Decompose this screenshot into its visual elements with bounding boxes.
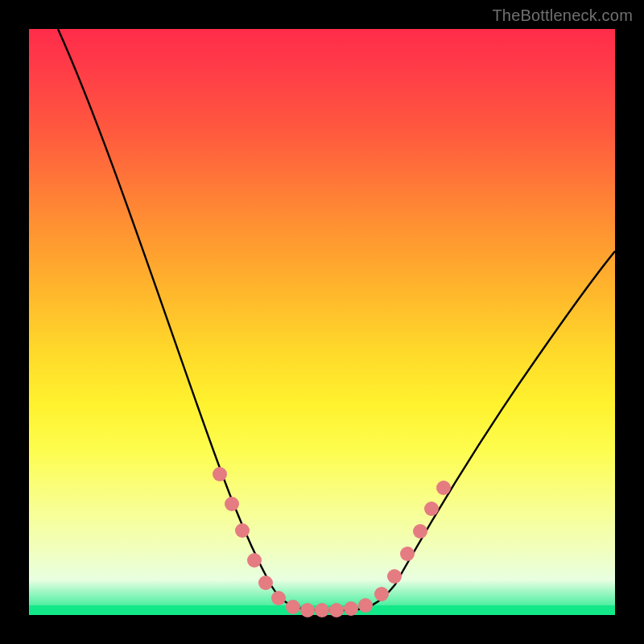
marker-dot [258,576,273,590]
chart-stage: TheBottleneck.com [0,0,644,644]
marker-dot [374,587,389,601]
marker-dot [358,598,373,613]
plot-area [29,29,615,615]
curve-layer [29,29,615,615]
marker-dot [286,600,300,614]
watermark-text: TheBottleneck.com [492,6,633,25]
marker-dot [300,603,315,617]
marker-dot [315,603,329,617]
marker-dot [247,553,262,568]
marker-dot [271,591,286,605]
marker-dot [225,497,239,511]
marker-dot [213,467,227,481]
marker-dot [329,603,344,617]
marker-dot [400,547,415,561]
marker-dot [344,601,358,616]
bottleneck-curve [58,29,615,610]
marker-dot [436,481,451,495]
marker-dot [387,569,402,584]
marker-dot [413,524,427,539]
marker-dot [235,523,250,538]
marker-dot [424,502,439,516]
